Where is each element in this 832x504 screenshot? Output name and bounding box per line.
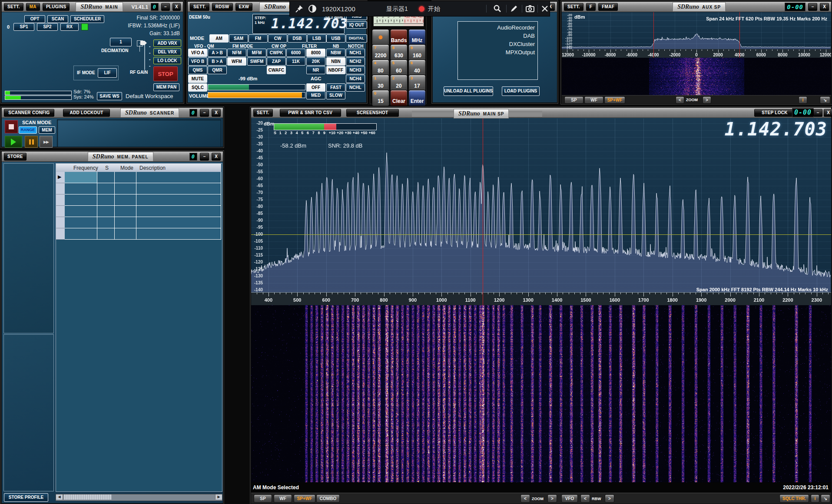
agc-fast-button[interactable]: FAST [326,83,345,92]
keypad-key-Bands[interactable]: Bands [390,29,408,46]
scan-skip-button[interactable]: ▶▶ [40,136,53,148]
iq-out-button[interactable]: IQ OUT [346,21,367,29]
keypad-key-17[interactable]: 317 [408,75,426,91]
stop-button[interactable]: STOP [153,66,178,81]
mode-digital-button[interactable]: DIGITAL [346,34,367,43]
info-button[interactable]: i [799,96,807,104]
cwafc-button[interactable]: CWAFC [267,66,286,74]
del-vrx-button[interactable]: DEL VRX [153,48,181,56]
pencil-icon[interactable] [510,4,518,13]
mem-horizontal-scrollbar[interactable]: ◀ ▶ [56,494,222,501]
mode-am-button[interactable]: AM [209,34,229,43]
resize-corner-button[interactable]: ↘ [821,494,830,503]
mem-bank-sidebar[interactable] [3,163,54,333]
sqlc-button[interactable]: SQLC [188,83,207,92]
camera-icon[interactable] [525,4,535,13]
store-button[interactable]: STORE [4,153,27,161]
sp-view-button[interactable]: SP [254,494,272,503]
zoom-out-button[interactable]: < [520,494,530,503]
rbw-down-button[interactable]: < [580,494,590,503]
lo-lock-button[interactable]: LO LOCK [153,57,181,64]
close-button[interactable]: X [820,3,829,11]
sp-view-button[interactable]: SP [564,96,583,104]
add-vrx-button[interactable]: ADD VRX [153,40,181,47]
keypad-key-20[interactable]: 220 [390,75,408,91]
nch1-button[interactable]: NCH1 [346,49,365,57]
mem-pan-button[interactable]: MEM PAN [153,83,179,91]
nch3-button[interactable]: NCH3 [346,66,365,74]
sett-button[interactable]: SETT. [564,3,583,11]
screenshot-button[interactable]: SCREENSHOT [346,109,399,117]
if-mode-value-button[interactable]: LIF [98,68,117,78]
sp1-button[interactable]: SP1 [13,23,34,31]
zoom-in-button[interactable]: > [703,96,711,104]
qms-button[interactable]: QMS [188,66,207,74]
table-cell[interactable] [97,183,115,194]
mem-table[interactable]: Frequency S Mode Description ▶ [56,163,222,492]
nbn-button[interactable]: NBN [326,57,345,66]
resize-corner-button[interactable]: ↘ [820,96,830,104]
plugins-list[interactable]: AudioRecorder DAB DXCluster MPXOutput [457,21,538,80]
filter-11k-button[interactable]: 11K [286,57,305,66]
close-button[interactable]: X [212,109,221,117]
filter-20k-button[interactable]: 20K [306,57,325,66]
keypad-key-630[interactable]: 8630 [390,44,408,61]
minimize-button[interactable]: – [808,3,817,11]
list-item[interactable]: DAB [461,32,535,40]
wf-view-button[interactable]: WF [584,96,603,104]
sp-wf-view-button[interactable]: SP+WF [604,96,625,104]
table-cell[interactable] [97,228,115,240]
mode-dsb-button[interactable]: DSB [288,34,307,43]
scheduler-button[interactable]: SCHEDULER [70,15,104,23]
qmr-button[interactable]: QMR [208,66,227,74]
mem-mode-button[interactable]: MEM [39,126,55,134]
keypad-key-60[interactable]: 560 [390,59,408,76]
keypad-key-15[interactable]: 015 [372,90,389,106]
table-cell[interactable] [97,172,115,183]
mode-fm-button[interactable]: FM [249,34,268,43]
keypad-key-dot[interactable] [372,29,389,46]
a-to-b-button[interactable]: A > B [208,49,227,57]
table-cell[interactable] [65,217,97,228]
mode-sam-button[interactable]: SAM [229,34,248,43]
filter-6000-button[interactable]: 6000 [286,49,305,57]
scroll-left-arrow[interactable]: ◀ [56,494,63,500]
combo-view-button[interactable]: COMBO [316,494,340,503]
squelch-slider[interactable] [208,84,305,90]
scroll-right-arrow[interactable]: ▶ [215,494,222,500]
nch2-button[interactable]: NCH2 [346,57,365,66]
zoom-in-button[interactable]: > [547,494,557,503]
rbw-up-button[interactable]: > [605,494,614,503]
close-button[interactable]: X [824,109,832,117]
scan-stop-button[interactable] [5,120,18,133]
sp-wf-view-button[interactable]: SP+WF [294,494,315,503]
close-button[interactable]: X [172,3,181,11]
frequency-display[interactable]: STEP: 1 kHz 1.142.703 -58.2 dBm [252,14,345,34]
vfo-button[interactable]: VFO [561,494,578,503]
minimize-button[interactable]: – [200,153,209,161]
load-plugins-button[interactable]: LOAD PLUGINS [502,86,540,96]
keypad-key-Clear[interactable]: Clear [390,90,408,106]
nboff-button[interactable]: NBOFF [326,66,345,74]
scan-pause-button[interactable] [25,136,38,148]
scan-button[interactable]: SCAN [47,15,68,23]
keypad-key-30[interactable]: 130 [372,75,389,91]
capture-start-button[interactable]: 开始 [428,5,440,13]
table-cell[interactable] [97,206,115,217]
mfm-button[interactable]: MFM [247,49,266,57]
nfm-button[interactable]: NFM [227,49,246,57]
close-button[interactable]: X [212,153,221,161]
b-to-a-button[interactable]: B > A [208,57,227,66]
row-selector[interactable] [56,206,65,217]
minimize-button[interactable]: – [813,109,822,117]
sett-button[interactable]: SETT. [253,109,273,117]
vfo-b-button[interactable]: VFO B [188,57,207,66]
add-lockout-button[interactable]: ADD LOCKOUT [63,109,110,117]
table-cell[interactable] [115,217,136,228]
table-cell[interactable] [115,228,136,240]
unload-all-plugins-button[interactable]: UNLOAD ALL PLUGINS [444,86,493,96]
table-cell[interactable] [65,206,97,217]
plugins-button[interactable]: PLUGINS [43,3,70,11]
pwr-snr-csv-button[interactable]: PWR & SNR TO CSV [280,109,341,117]
mode-usb-button[interactable]: USB [326,34,345,43]
